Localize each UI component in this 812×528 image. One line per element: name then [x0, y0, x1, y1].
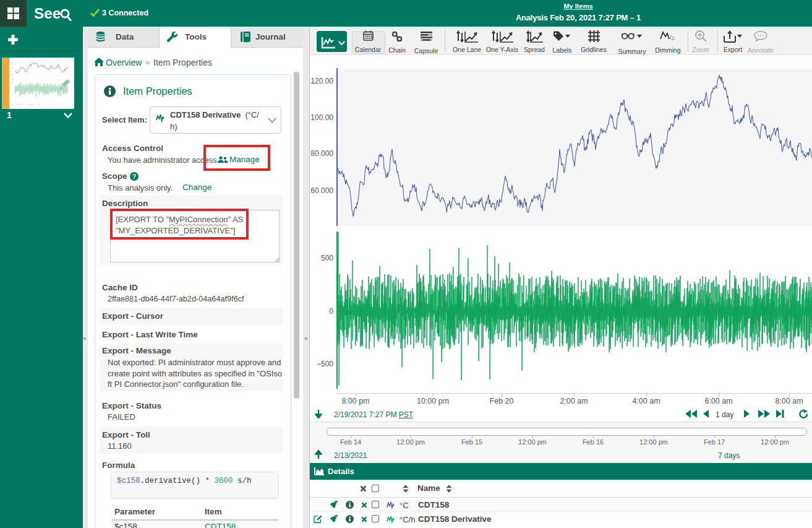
svg-text:?: ? [132, 173, 136, 180]
